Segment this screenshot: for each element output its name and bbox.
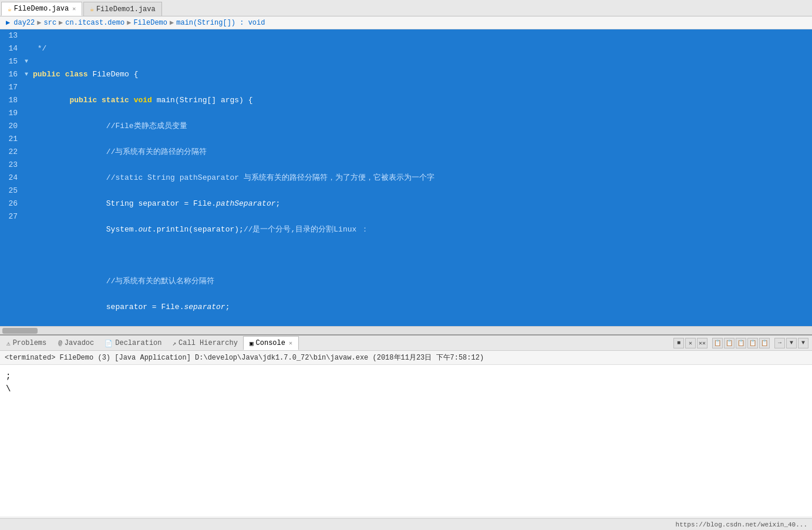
console-tab-close[interactable]: ✕ [289,340,292,347]
fold-marker-14[interactable]: ▼ [22,55,31,68]
tab-callhierarchy[interactable]: ↗ Call Hierarchy [167,336,242,350]
console-icon: ▣ [250,340,254,347]
scroll-lock-button[interactable]: 📋 [747,338,758,348]
line-numbers: 13 14 15 16 17 18 19 20 21 22 23 24 25 2… [0,29,22,326]
breadcrumb-package[interactable]: cn.itcast.demo [65,19,124,27]
code-content[interactable]: */ public class FileDemo { public static… [31,29,812,326]
scrollbar-thumb[interactable] [2,328,38,334]
code-line-20: System.out.println(separator);//是一个分号,目录… [33,223,812,236]
stop-button[interactable]: ■ [673,338,684,348]
code-line-22: //与系统有关的默认名称分隔符 [33,275,812,288]
breadcrumb: ▶ day22 ▶ src ▶ cn.itcast.demo ▶ FileDem… [0,16,812,29]
tab-console[interactable]: ▣ Console ✕ [243,336,299,350]
code-line-17: //与系统有关的路径的分隔符 [33,146,812,159]
tab-bar: ☕ FileDemo.java ✕ ☕ FileDemo1.java [0,0,812,16]
breadcrumb-method[interactable]: main(String[]) : void [176,19,265,27]
tab-filedemo-label: FileDemo.java [14,5,69,13]
console-line-1: ; [6,370,806,383]
problems-icon: ⚠ [6,340,11,347]
tab-filedemo1[interactable]: ☕ FileDemo1.java [83,2,161,16]
tab-problems-label: Problems [13,339,47,347]
java-file-icon-2: ☕ [90,5,94,13]
breadcrumb-day22[interactable]: day22 [14,19,35,27]
pin-button[interactable]: ▼ [786,338,797,348]
code-line-18: //static String pathSeparator 与系统有关的路径分隔… [33,172,812,185]
word-wrap-button[interactable]: 📋 [759,338,770,348]
declaration-icon: 📄 [105,340,113,347]
code-line-16: //File类静态成员变量 [33,120,812,133]
remove-button[interactable]: ✕ [685,338,696,348]
tab-declaration[interactable]: 📄 Declaration [99,336,167,350]
bottom-panel: ⚠ Problems @ Javadoc 📄 Declaration ↗ Cal… [0,334,812,516]
code-line-21 [33,249,812,262]
code-line-23: separator = File.separator; [33,301,812,314]
code-editor[interactable]: 13 14 15 16 17 18 19 20 21 22 23 24 25 2… [0,29,812,326]
remove-all-button[interactable]: ✕✕ [697,338,707,348]
tab-filedemo1-label: FileDemo1.java [96,5,156,14]
fold-marker-15[interactable]: ▼ [22,68,31,81]
code-line-15: public static void main(String[] args) { [33,94,812,107]
breadcrumb-class[interactable]: FileDemo [133,19,167,27]
callhierarchy-icon: ↗ [172,340,176,347]
breadcrumb-arrow[interactable]: ▶ [6,18,10,27]
fold-area: ▼ ▼ [22,29,31,326]
code-line-13: */ [33,42,812,55]
tab-problems[interactable]: ⚠ Problems [0,336,53,350]
tab-filedemo[interactable]: ☕ FileDemo.java ✕ [1,2,82,16]
status-bar: https://blog.csdn.net/weixin_40... [0,518,812,530]
terminated-text: <terminated> FileDemo (3) [Java Applicat… [5,354,484,362]
java-file-icon: ☕ [8,5,12,13]
status-url: https://blog.csdn.net/weixin_40... [676,521,807,528]
tab-console-label: Console [256,339,285,347]
tab-filedemo-close[interactable]: ✕ [72,5,76,12]
horizontal-scrollbar[interactable] [0,326,812,334]
console-line-2: \ [6,383,806,395]
javadoc-icon: @ [58,340,62,347]
view-menu-button[interactable]: ▼ [798,338,808,348]
tab-javadoc[interactable]: @ Javadoc [53,336,99,350]
tab-declaration-label: Declaration [115,339,161,347]
console-output: ; \ [0,365,812,516]
copy-button[interactable]: 📋 [712,338,723,348]
next-button[interactable]: → [774,338,785,348]
clear-button[interactable]: 📋 [736,338,746,348]
tab-callhierarchy-label: Call Hierarchy [178,339,238,347]
code-line-19: String separator = File.pathSeparator; [33,197,812,210]
console-terminated-header: <terminated> FileDemo (3) [Java Applicat… [0,351,812,365]
breadcrumb-src[interactable]: src [43,19,56,27]
code-line-14: public class FileDemo { [33,68,812,81]
paste-button[interactable]: 📋 [724,338,734,348]
tab-javadoc-label: Javadoc [65,339,94,347]
